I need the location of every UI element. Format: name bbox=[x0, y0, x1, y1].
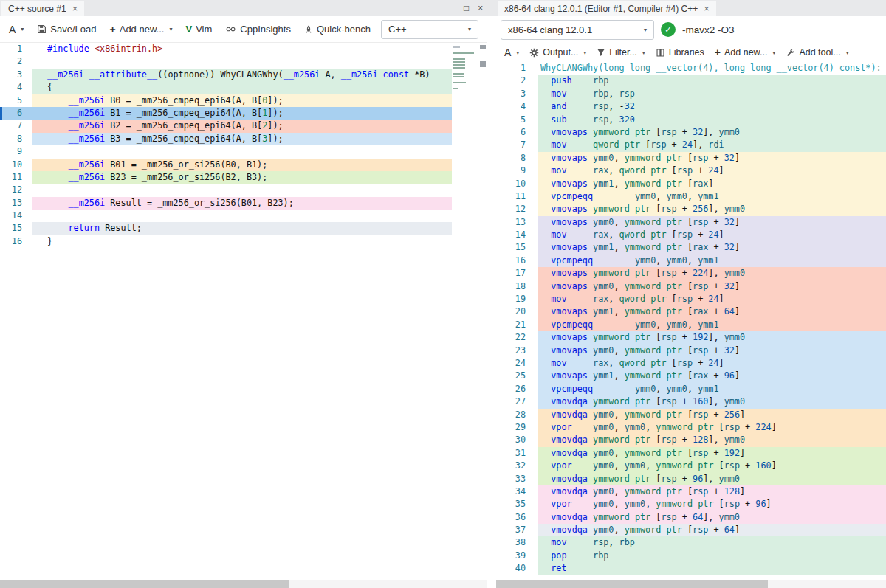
code-token: qword bbox=[619, 229, 646, 240]
code-token: rax bbox=[693, 242, 708, 252]
source-line[interactable]: 1#include <x86intrin.h> bbox=[0, 43, 452, 55]
source-line[interactable]: 15 return Result; bbox=[0, 222, 452, 235]
asm-line[interactable]: 30 vmovdqa ymmword ptr [rsp + 128], ymm0 bbox=[496, 434, 886, 446]
asm-line[interactable]: 8 vmovaps ymm0, ymmword ptr [rsp + 32] bbox=[496, 152, 886, 165]
tab-compiler-output[interactable]: x86-64 clang 12.0.1 (Editor #1, Compiler… bbox=[498, 1, 716, 16]
asm-line[interactable]: 13 vmovaps ymm0, ymmword ptr [rsp + 32] bbox=[496, 216, 886, 229]
asm-line[interactable]: 19 mov rax, qword ptr [rsp + 24] bbox=[496, 293, 886, 305]
tab-source-editor[interactable]: C++ source #1 × bbox=[1, 1, 84, 16]
save-load-button[interactable]: Save/Load bbox=[31, 21, 102, 38]
asm-line[interactable]: 16 vpcmpeqq ymm0, ymm0, ymm1 bbox=[496, 255, 886, 267]
source-line[interactable]: 8 __m256i B3 = _mm256_cmpeq_epi64(A, B[3… bbox=[0, 133, 452, 145]
source-line[interactable]: 7 __m256i B2 = _mm256_cmpeq_epi64(A, B[2… bbox=[0, 120, 452, 132]
asm-line[interactable]: 1WhyCLANGWhy(long long __vector(4), long… bbox=[496, 62, 886, 75]
asm-line[interactable]: 3 mov rbp, rsp bbox=[496, 88, 886, 100]
scrollbar-thumb[interactable] bbox=[496, 580, 768, 588]
source-line[interactable]: 10 __m256i B01 = _mm256_or_si256(B0, B1)… bbox=[0, 159, 452, 171]
asm-line[interactable]: 38 mov rsp, rbp bbox=[496, 536, 886, 549]
source-line[interactable]: 13 __m256i Result = _mm256_or_si256(B01,… bbox=[0, 197, 452, 210]
font-menu[interactable]: A ▾ bbox=[3, 21, 30, 38]
asm-line[interactable]: 31 vmovdqa ymm0, ymmword ptr [rsp + 192] bbox=[496, 447, 886, 460]
asm-line[interactable]: 7 mov qword ptr [rsp + 24], rdi bbox=[496, 139, 886, 151]
pane-splitter[interactable] bbox=[487, 16, 496, 588]
asm-line[interactable]: 22 vmovaps ymmword ptr [rsp + 192], ymm0 bbox=[496, 331, 886, 344]
asm-line[interactable]: 6 vmovaps ymmword ptr [rsp + 32], ymm0 bbox=[496, 126, 886, 139]
asm-line[interactable]: 4 and rsp, -32 bbox=[496, 100, 886, 113]
asm-line[interactable]: 2 push rbp bbox=[496, 75, 886, 87]
source-line[interactable]: 5 __m256i B0 = _mm256_cmpeq_epi64(A, B[0… bbox=[0, 94, 452, 107]
quick-bench-button[interactable]: Quick-bench bbox=[298, 21, 377, 38]
asm-line[interactable]: 32 vpor ymm0, ymm0, ymmword ptr [rsp + 1… bbox=[496, 460, 886, 472]
asm-line[interactable]: 33 vmovdqa ymmword ptr [rsp + 96], ymm0 bbox=[496, 473, 886, 485]
language-select[interactable]: C++ ▾ bbox=[381, 20, 478, 39]
asm-line[interactable]: 11 vpcmpeqq ymm0, ymm0, ymm1 bbox=[496, 190, 886, 203]
source-horizontal-scrollbar[interactable] bbox=[0, 580, 487, 588]
asm-line[interactable]: 28 vmovdqa ymm0, ymmword ptr [rsp + 256] bbox=[496, 409, 886, 421]
asm-line[interactable]: 36 vmovdqa ymmword ptr [rsp + 64], ymm0 bbox=[496, 511, 886, 524]
code-token: 320 bbox=[619, 114, 635, 125]
close-icon[interactable]: × bbox=[704, 4, 710, 13]
source-line[interactable]: 16} bbox=[0, 235, 452, 248]
source-line[interactable]: 3__m256i __attribute__((optnone)) WhyCLA… bbox=[0, 69, 452, 81]
code-token bbox=[540, 294, 551, 304]
vim-toggle[interactable]: V Vim bbox=[179, 21, 218, 38]
close-icon[interactable]: × bbox=[478, 3, 483, 13]
asm-line[interactable]: 39 pop rbp bbox=[496, 550, 886, 562]
code-token: ptr bbox=[698, 499, 713, 509]
code-token: ymm0 bbox=[635, 384, 656, 394]
source-editor[interactable]: 1#include <x86intrin.h>23__m256i __attri… bbox=[0, 43, 452, 248]
overview-ruler[interactable] bbox=[478, 43, 487, 575]
asm-line[interactable]: 35 vpor ymm0, ymm0, ymmword ptr [rsp + 9… bbox=[496, 498, 886, 511]
source-line[interactable]: 2 bbox=[0, 55, 452, 68]
add-new-menu[interactable]: + Add new... ▾ bbox=[104, 21, 179, 38]
source-line[interactable]: 14 bbox=[0, 210, 452, 222]
asm-line[interactable]: 24 mov rax, qword ptr [rsp + 24] bbox=[496, 357, 886, 370]
libraries-button[interactable]: Libraries bbox=[650, 46, 710, 59]
asm-line[interactable]: 20 vmovaps ymm1, ymmword ptr [rax + 64] bbox=[496, 305, 886, 318]
source-line[interactable]: 12 bbox=[0, 184, 452, 196]
maximize-icon[interactable]: □ bbox=[464, 3, 469, 13]
code-token: rsp bbox=[661, 268, 676, 278]
compiler-select[interactable]: x86-64 clang 12.0.1 ▾ bbox=[501, 20, 654, 40]
asm-line[interactable]: 34 vmovdqa ymm0, ymmword ptr [rsp + 128] bbox=[496, 485, 886, 498]
filter-menu[interactable]: Filter... ▾ bbox=[591, 46, 650, 59]
save-load-label: Save/Load bbox=[50, 24, 96, 35]
asm-line[interactable]: 18 vmovaps ymm0, ymmword ptr [rsp + 32] bbox=[496, 280, 886, 293]
output-menu[interactable]: Output... ▾ bbox=[524, 46, 591, 59]
asm-line[interactable]: 9 mov rax, qword ptr [rsp + 24] bbox=[496, 165, 886, 177]
add-tool-label: Add tool... bbox=[799, 47, 840, 58]
add-new-menu[interactable]: + Add new... ▾ bbox=[710, 45, 781, 60]
add-tool-menu[interactable]: Add tool... ▾ bbox=[780, 46, 854, 59]
minimap[interactable] bbox=[453, 43, 477, 94]
code-token bbox=[540, 255, 551, 266]
asm-line[interactable]: 12 vmovaps ymmword ptr [rsp + 256], ymm0 bbox=[496, 203, 886, 215]
scrollbar-thumb[interactable] bbox=[0, 580, 289, 588]
assembly-output-editor[interactable]: 1WhyCLANGWhy(long long __vector(4), long… bbox=[496, 62, 886, 575]
source-line[interactable]: 4{ bbox=[0, 81, 452, 94]
source-line[interactable]: 9 bbox=[0, 145, 452, 158]
asm-line[interactable]: 29 vpor ymm0, ymm0, ymmword ptr [rsp + 2… bbox=[496, 421, 886, 434]
asm-line[interactable]: 15 vmovaps ymm1, ymmword ptr [rax + 32] bbox=[496, 241, 886, 254]
asm-line[interactable]: 5 sub rsp, 320 bbox=[496, 114, 886, 126]
asm-line[interactable]: 40 ret bbox=[496, 562, 886, 575]
source-line[interactable]: 6 __m256i B1 = _mm256_cmpeq_epi64(A, B[1… bbox=[0, 107, 452, 120]
source-line[interactable]: 11 __m256i B23 = _mm256_or_si256(B2, B3)… bbox=[0, 171, 452, 184]
compiler-options-input[interactable] bbox=[682, 24, 867, 35]
asm-line[interactable]: 14 mov rax, qword ptr [rsp + 24] bbox=[496, 229, 886, 241]
code-token: + bbox=[708, 370, 724, 381]
code-token bbox=[540, 384, 551, 394]
close-icon[interactable]: × bbox=[72, 4, 78, 13]
cppinsights-button[interactable]: CppInsights bbox=[219, 21, 297, 38]
asm-line[interactable]: 27 vmovdqa ymmword ptr [rsp + 160], ymm0 bbox=[496, 395, 886, 408]
asm-line[interactable]: 23 vmovaps ymm0, ymmword ptr [rsp + 32] bbox=[496, 345, 886, 357]
asm-line[interactable]: 26 vpcmpeqq ymm0, ymm0, ymm1 bbox=[496, 383, 886, 395]
asm-line[interactable]: 17 vmovaps ymmword ptr [rsp + 224], ymm0 bbox=[496, 267, 886, 280]
font-menu[interactable]: A ▾ bbox=[499, 45, 524, 60]
assembly-horizontal-scrollbar[interactable] bbox=[496, 580, 886, 588]
asm-line[interactable]: 25 vmovaps ymm1, ymmword ptr [rax + 96] bbox=[496, 370, 886, 382]
code-token: rbp bbox=[593, 89, 608, 99]
asm-line[interactable]: 37 vmovdqa ymm0, ymmword ptr [rsp + 64] bbox=[496, 524, 886, 536]
asm-line[interactable]: 21 vpcmpeqq ymm0, ymm0, ymm1 bbox=[496, 319, 886, 331]
asm-line[interactable]: 10 vmovaps ymm1, ymmword ptr [rax] bbox=[496, 178, 886, 190]
code-token: __m256i bbox=[68, 108, 105, 118]
